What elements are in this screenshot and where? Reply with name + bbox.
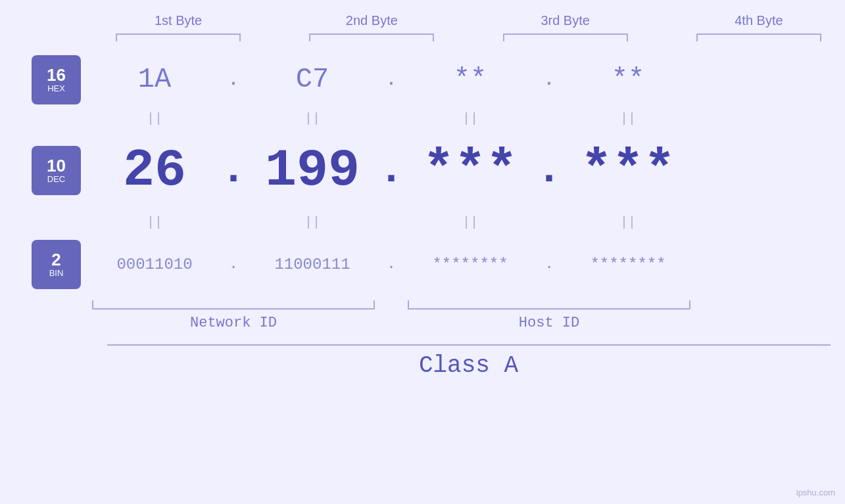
hex-dot-3: .: [533, 68, 566, 91]
top-bracket-2: [309, 34, 434, 41]
bracket-network-id: [92, 300, 375, 309]
main-container: 1st Byte 2nd Byte 3rd Byte 4th Byte 16 H…: [0, 0, 845, 504]
bracket-host-id: [408, 300, 690, 309]
dec-value-3: ***: [408, 141, 533, 200]
hex-value-3: **: [408, 64, 533, 95]
bin-dot-2: .: [375, 256, 408, 273]
dec-row: 26 . 199 . *** . ***: [92, 131, 815, 210]
byte-header-1: 1st Byte: [116, 13, 241, 28]
class-label: Class A: [107, 352, 831, 379]
bottom-brackets: [92, 296, 815, 309]
top-bracket-3: [503, 34, 628, 41]
dec-dot-3: .: [533, 146, 566, 195]
bin-row: 00011010 . 11000111 . ******** . *******…: [92, 235, 815, 294]
class-area: Class A: [107, 344, 831, 379]
byte-header-3: 3rd Byte: [503, 13, 628, 28]
bin-dot-3: .: [533, 256, 566, 273]
bin-value-3: ********: [408, 256, 533, 273]
top-bracket-1: [116, 34, 241, 41]
dec-dot-1: .: [217, 146, 250, 195]
sep-row-2: || || || ||: [92, 210, 815, 235]
sep-row-1: || || || ||: [92, 106, 815, 131]
sep-2-3: ||: [408, 215, 533, 230]
top-bracket-4: [696, 34, 821, 41]
sep-2-1: ||: [92, 215, 217, 230]
sep-1-4: ||: [566, 111, 690, 126]
base-badges: 16 HEX 10 DEC 2 BIN: [32, 53, 81, 294]
hex-dot-1: .: [217, 68, 250, 91]
bin-value-4: ********: [566, 256, 690, 273]
hex-value-1: 1A: [92, 64, 217, 95]
bin-value-1: 00011010: [92, 256, 217, 273]
sep-1-1: ||: [92, 111, 217, 126]
dec-value-4: ***: [566, 141, 690, 200]
hex-badge: 16 HEX: [32, 55, 81, 104]
dec-value-2: 199: [250, 141, 375, 200]
dec-dot-2: .: [375, 146, 408, 195]
bin-value-2: 11000111: [250, 256, 375, 273]
sep-1-3: ||: [408, 111, 533, 126]
id-labels: Network ID Host ID: [92, 315, 815, 331]
network-id-label: Network ID: [92, 315, 375, 331]
hex-row: 1A . C7 . ** . **: [92, 53, 815, 106]
bin-dot-1: .: [217, 256, 250, 273]
bin-badge: 2 BIN: [32, 240, 81, 289]
byte-header-4: 4th Byte: [696, 13, 821, 28]
hex-dot-2: .: [375, 68, 408, 91]
host-id-label: Host ID: [408, 315, 690, 331]
dec-value-1: 26: [92, 141, 217, 200]
class-top-line: [107, 344, 831, 346]
watermark: ipshu.com: [796, 488, 835, 497]
byte-header-2: 2nd Byte: [309, 13, 434, 28]
dec-badge: 10 DEC: [32, 146, 81, 195]
sep-2-2: ||: [250, 215, 375, 230]
hex-value-4: **: [566, 64, 690, 95]
sep-1-2: ||: [250, 111, 375, 126]
sep-2-4: ||: [566, 215, 690, 230]
hex-value-2: C7: [250, 64, 375, 95]
